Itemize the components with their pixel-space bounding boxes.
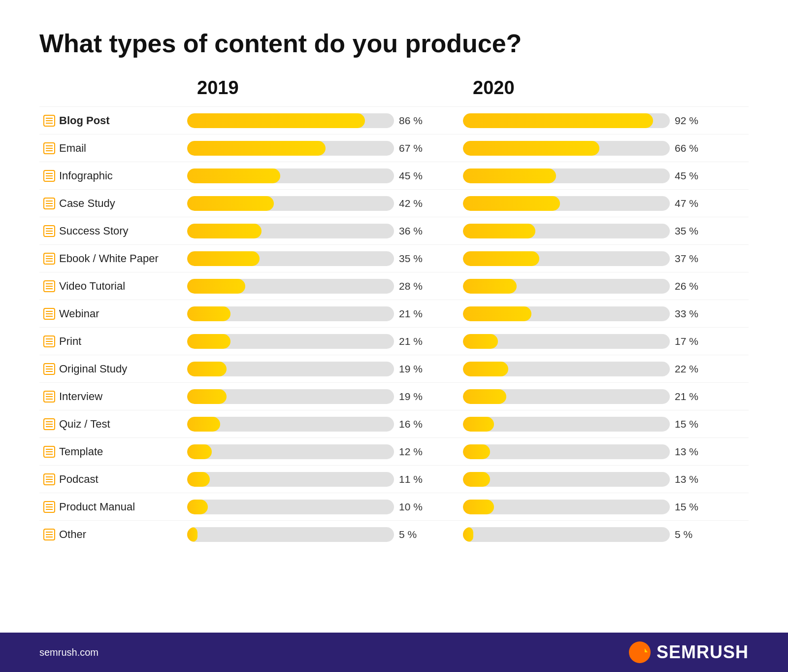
- bar-fill-2020: [463, 279, 517, 294]
- bar-track-2019: [187, 224, 394, 238]
- main-content: What types of content do you produce? 20…: [0, 0, 788, 633]
- bar-track-2019: [187, 113, 394, 128]
- bar-label-2019: 35 %: [399, 253, 428, 265]
- bar-wrapper-2019: 35 %: [187, 251, 448, 266]
- bar-track-2019: [187, 196, 394, 211]
- bar-wrapper-2019: 10 %: [187, 500, 448, 514]
- row-icon: [39, 335, 59, 348]
- chart-row: Template 12 % 13 %: [39, 437, 749, 465]
- footer-url: semrush.com: [39, 647, 98, 658]
- bar-wrapper-2020: 13 %: [463, 472, 724, 487]
- chart-rows: Blog Post 86 % 92 % E: [39, 106, 749, 548]
- bar-wrapper-2020: 47 %: [463, 196, 724, 211]
- bar-wrapper-2019: 86 %: [187, 113, 448, 128]
- bar-wrapper-2019: 5 %: [187, 527, 448, 542]
- bars-group: 21 % 17 %: [187, 334, 749, 349]
- year-headers: 2019 2020: [197, 77, 749, 99]
- bar-fill-2019: [187, 472, 210, 487]
- bar-wrapper-2019: 11 %: [187, 472, 448, 487]
- bar-track-2019: [187, 141, 394, 156]
- row-icon: [39, 252, 59, 265]
- bar-fill-2019: [187, 224, 262, 238]
- bar-track-2020: [463, 113, 670, 128]
- bar-track-2020: [463, 500, 670, 514]
- bars-group: 36 % 35 %: [187, 224, 749, 238]
- bars-group: 10 % 15 %: [187, 500, 749, 514]
- bars-group: 16 % 15 %: [187, 417, 749, 432]
- row-icon: [39, 225, 59, 237]
- footer-brand-text: SEMRUSH: [657, 642, 749, 663]
- bars-group: 42 % 47 %: [187, 196, 749, 211]
- bars-group: 5 % 5 %: [187, 527, 749, 542]
- bar-label-2019: 10 %: [399, 501, 428, 513]
- bar-wrapper-2020: 15 %: [463, 417, 724, 432]
- bar-track-2020: [463, 168, 670, 183]
- bar-fill-2020: [463, 527, 473, 542]
- bars-group: 12 % 13 %: [187, 444, 749, 459]
- bar-track-2019: [187, 417, 394, 432]
- bar-fill-2020: [463, 334, 498, 349]
- chart-row: Blog Post 86 % 92 %: [39, 106, 749, 134]
- bar-track-2019: [187, 500, 394, 514]
- row-label: Blog Post: [59, 114, 187, 127]
- bar-label-2019: 21 %: [399, 308, 428, 320]
- bar-track-2020: [463, 444, 670, 459]
- bar-wrapper-2020: 92 %: [463, 113, 724, 128]
- bar-fill-2019: [187, 168, 280, 183]
- bar-label-2020: 45 %: [675, 170, 704, 182]
- row-label: Podcast: [59, 473, 187, 486]
- row-icon: [39, 280, 59, 293]
- bar-wrapper-2020: 15 %: [463, 500, 724, 514]
- bar-track-2019: [187, 279, 394, 294]
- row-icon: [39, 528, 59, 541]
- chart-row: Product Manual 10 % 15 %: [39, 493, 749, 520]
- row-icon: [39, 114, 59, 127]
- bar-fill-2019: [187, 527, 197, 542]
- bar-track-2019: [187, 389, 394, 404]
- chart-row: Original Study 19 % 22 %: [39, 355, 749, 382]
- bar-wrapper-2019: 36 %: [187, 224, 448, 238]
- bar-label-2019: 19 %: [399, 363, 428, 375]
- row-icon: [39, 445, 59, 458]
- row-label: Interview: [59, 390, 187, 403]
- bars-group: 67 % 66 %: [187, 141, 749, 156]
- bar-fill-2020: [463, 362, 508, 376]
- bar-fill-2019: [187, 251, 260, 266]
- chart-row: Email 67 % 66 %: [39, 134, 749, 162]
- bar-track-2020: [463, 389, 670, 404]
- bar-label-2019: 16 %: [399, 418, 428, 430]
- bar-wrapper-2019: 67 %: [187, 141, 448, 156]
- row-icon: [39, 363, 59, 375]
- chart-row: Other 5 % 5 %: [39, 520, 749, 548]
- bar-wrapper-2020: 37 %: [463, 251, 724, 266]
- row-label: Ebook / White Paper: [59, 252, 187, 265]
- chart-row: Ebook / White Paper 35 % 37 %: [39, 244, 749, 272]
- bar-track-2019: [187, 362, 394, 376]
- bar-label-2020: 66 %: [675, 142, 704, 154]
- bars-group: 45 % 45 %: [187, 168, 749, 183]
- bar-label-2020: 35 %: [675, 225, 704, 237]
- bar-track-2020: [463, 141, 670, 156]
- bar-track-2019: [187, 306, 394, 321]
- bar-label-2019: 67 %: [399, 142, 428, 154]
- bar-wrapper-2019: 16 %: [187, 417, 448, 432]
- bar-track-2020: [463, 527, 670, 542]
- bar-label-2020: 5 %: [675, 529, 704, 540]
- bar-fill-2019: [187, 417, 220, 432]
- bar-track-2019: [187, 168, 394, 183]
- bar-label-2020: 22 %: [675, 363, 704, 375]
- bar-label-2019: 12 %: [399, 446, 428, 458]
- bar-wrapper-2019: 12 %: [187, 444, 448, 459]
- bar-wrapper-2020: 17 %: [463, 334, 724, 349]
- row-icon: [39, 501, 59, 513]
- year-2020-label: 2020: [473, 77, 749, 99]
- bar-label-2019: 11 %: [399, 473, 428, 485]
- row-label: Quiz / Test: [59, 418, 187, 431]
- bar-track-2019: [187, 251, 394, 266]
- bar-wrapper-2019: 21 %: [187, 306, 448, 321]
- bar-wrapper-2020: 5 %: [463, 527, 724, 542]
- bar-label-2019: 86 %: [399, 115, 428, 127]
- bar-fill-2019: [187, 196, 274, 211]
- semrush-logo-icon: [629, 641, 651, 663]
- bar-wrapper-2019: 21 %: [187, 334, 448, 349]
